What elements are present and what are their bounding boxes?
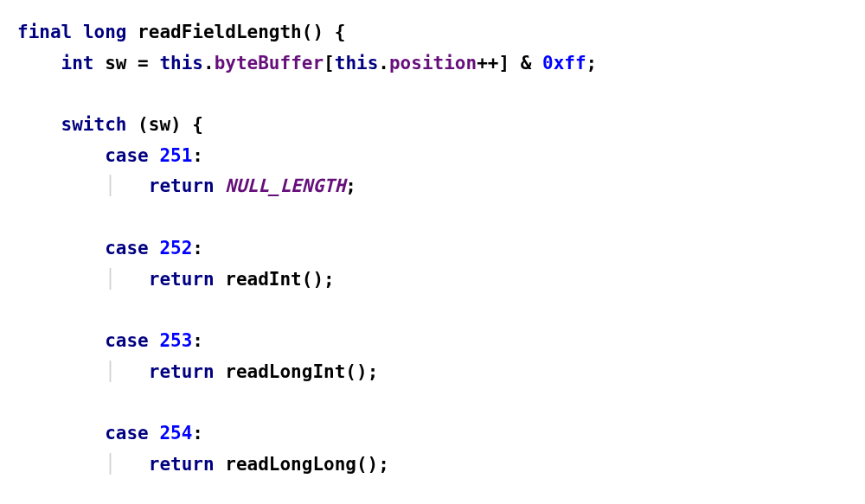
dot: .	[203, 53, 215, 73]
keyword-case: case	[105, 423, 149, 443]
code-block: final long readFieldLength() { int sw = …	[17, 17, 848, 504]
keyword-switch: switch	[61, 114, 127, 135]
paren: (	[126, 114, 148, 135]
var-sw: sw	[149, 114, 170, 135]
colon: :	[192, 238, 203, 258]
field-bytebuffer: byteBuffer	[215, 53, 324, 73]
paren: )	[312, 22, 324, 42]
keyword-case: case	[105, 330, 149, 351]
num-253: 253	[159, 330, 192, 351]
indent-guide: │	[105, 454, 149, 475]
indent-guide: │	[105, 361, 149, 382]
semicolon: ;	[378, 454, 389, 475]
method-name: readFieldLength	[138, 22, 302, 42]
keyword-long: long	[83, 22, 127, 42]
semicolon: ;	[345, 175, 356, 196]
keyword-return: return	[149, 269, 215, 290]
bracket: [	[324, 53, 335, 73]
amp: &	[509, 53, 542, 73]
indent-guide: │	[105, 175, 149, 196]
colon: :	[192, 145, 203, 166]
field-position: position	[389, 53, 477, 73]
const-null-length: NULL_LENGTH	[225, 175, 345, 196]
inc: ++	[477, 53, 498, 73]
assign: =	[126, 53, 159, 73]
colon: :	[192, 330, 203, 351]
keyword-int: int	[61, 53, 94, 73]
indent-guide: │	[105, 269, 149, 290]
bracket: ]	[498, 53, 509, 73]
keyword-final: final	[17, 22, 72, 42]
semicolon: ;	[324, 269, 335, 290]
call-readint: readInt()	[225, 269, 324, 290]
semicolon: ;	[586, 53, 598, 73]
brace-open: {	[192, 114, 203, 135]
num-251: 251	[159, 145, 192, 166]
keyword-case: case	[105, 238, 149, 258]
num-254: 254	[159, 423, 192, 443]
brace-open: {	[335, 22, 346, 42]
colon: :	[192, 423, 203, 443]
var-sw: sw	[105, 53, 126, 73]
call-readlonglong: readLongLong()	[225, 454, 378, 475]
keyword-this: this	[335, 53, 379, 73]
num-252: 252	[159, 238, 192, 258]
paren: (	[302, 22, 313, 42]
keyword-return: return	[149, 175, 215, 196]
keyword-return: return	[149, 454, 215, 475]
keyword-case: case	[105, 145, 149, 166]
paren: )	[170, 114, 192, 135]
keyword-return: return	[149, 361, 215, 382]
keyword-this: this	[159, 53, 203, 73]
dot: .	[378, 53, 389, 73]
call-readlongint: readLongInt()	[225, 361, 367, 382]
semicolon: ;	[368, 361, 379, 382]
hex-literal: 0xff	[542, 53, 586, 73]
